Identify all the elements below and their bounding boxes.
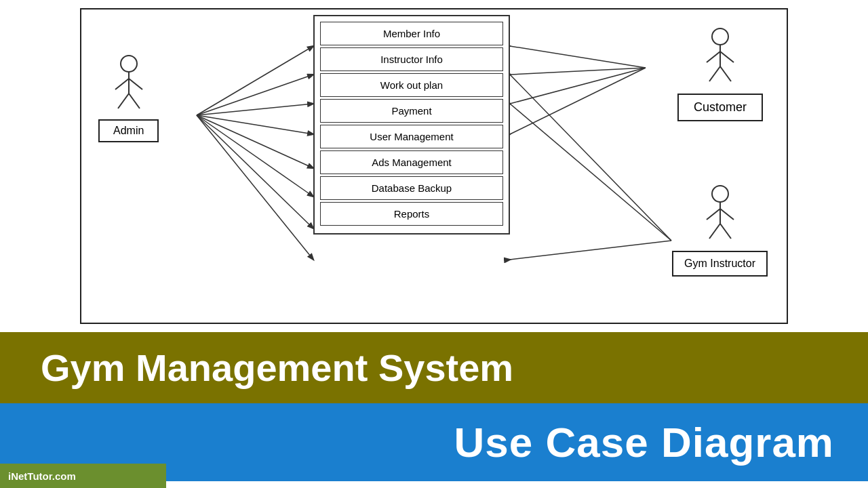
olive-bar: Gym Management System (0, 332, 868, 403)
customer-label: Customer (677, 94, 763, 121)
logo-text: iNetTutor.com (8, 470, 76, 482)
diagram-area: Member Info Instructor Info Work out pla… (0, 0, 868, 332)
svg-line-25 (709, 66, 720, 81)
svg-line-13 (510, 75, 671, 241)
use-case-payment: Payment (320, 99, 503, 123)
svg-line-32 (720, 224, 731, 239)
instructor-stick-figure (700, 184, 741, 245)
svg-line-6 (197, 115, 313, 228)
svg-line-5 (197, 115, 313, 197)
use-case-instructor-info: Instructor Info (320, 47, 503, 71)
instructor-label: Gym Instructor (672, 251, 768, 277)
svg-line-14 (510, 241, 671, 260)
customer-stick-figure (700, 27, 741, 88)
use-case-member-info: Member Info (320, 22, 503, 45)
svg-line-23 (707, 52, 720, 62)
svg-line-7 (197, 115, 313, 260)
svg-line-17 (115, 79, 129, 89)
use-case-reports: Reports (320, 202, 503, 226)
use-case-database-backup: Database Backup (320, 176, 503, 200)
svg-line-24 (720, 52, 734, 62)
admin-label: Admin (98, 119, 159, 142)
blue-bar-text: Use Case Diagram (454, 418, 835, 466)
svg-point-21 (712, 28, 728, 45)
svg-line-29 (707, 209, 720, 220)
svg-point-15 (121, 56, 137, 72)
svg-line-19 (118, 94, 129, 108)
use-case-user-management: User Management (320, 125, 503, 148)
actor-gym-instructor: Gym Instructor (672, 184, 768, 277)
svg-line-12 (510, 104, 671, 241)
admin-stick-figure (108, 54, 149, 115)
use-case-container: Member Info Instructor Info Work out pla… (313, 15, 510, 235)
use-case-workout-plan: Work out plan (320, 73, 503, 97)
svg-line-18 (129, 79, 142, 89)
bottom-banner: Gym Management System Use Case Diagram i… (0, 332, 868, 488)
svg-line-3 (197, 115, 313, 134)
use-case-ads-management: Ads Management (320, 150, 503, 174)
svg-line-4 (197, 115, 313, 168)
svg-line-11 (510, 68, 646, 134)
logo-bar: iNetTutor.com (0, 464, 166, 488)
svg-line-20 (129, 94, 140, 108)
svg-line-8 (510, 46, 646, 68)
main-container: Member Info Instructor Info Work out pla… (0, 0, 868, 488)
svg-line-26 (720, 66, 731, 81)
olive-bar-text: Gym Management System (41, 346, 513, 390)
svg-point-27 (712, 186, 728, 202)
actor-customer: Customer (677, 27, 763, 121)
svg-line-31 (709, 224, 720, 239)
actor-admin: Admin (98, 54, 159, 142)
svg-line-30 (720, 209, 734, 220)
